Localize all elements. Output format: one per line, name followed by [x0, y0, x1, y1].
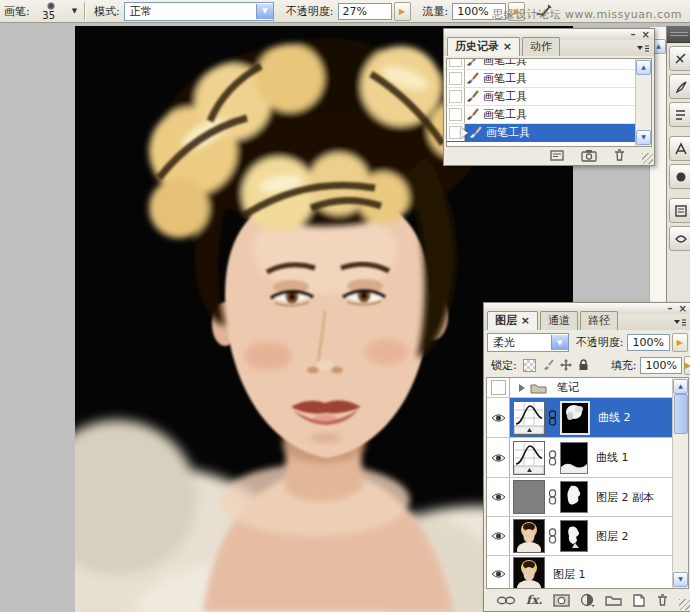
- scrollbar-thumb[interactable]: [674, 394, 688, 434]
- layer-row-curves1[interactable]: 曲线 1: [487, 438, 673, 478]
- layer-style-fx-icon[interactable]: fx.: [526, 593, 543, 607]
- layer-row-group[interactable]: 笔记: [487, 378, 673, 398]
- panel-menu-icon[interactable]: [672, 316, 688, 328]
- resize-grip[interactable]: [642, 153, 653, 164]
- combo-arrow-icon[interactable]: ▼: [551, 335, 568, 350]
- mask-link-icon[interactable]: [548, 450, 557, 466]
- opacity-slider-arrow-icon[interactable]: ▶: [394, 2, 411, 21]
- tool-button[interactable]: [669, 74, 690, 99]
- history-state-row[interactable]: 画笔工具: [447, 106, 636, 124]
- layer-row-layer2[interactable]: 图层 2: [487, 517, 673, 556]
- tool-button[interactable]: [669, 164, 690, 189]
- scroll-down-icon[interactable]: ▼: [636, 130, 651, 145]
- layer-opacity-input[interactable]: 100%: [627, 334, 669, 351]
- expand-triangle-icon[interactable]: [519, 384, 525, 392]
- history-state-row-selected[interactable]: 画笔工具: [447, 124, 636, 142]
- layer-mask-thumbnail[interactable]: [560, 520, 588, 552]
- lock-position-move-icon[interactable]: [560, 359, 572, 371]
- new-snapshot-camera-icon[interactable]: [581, 149, 597, 162]
- layer-row-layer2copy[interactable]: 图层 2 副本: [487, 478, 673, 517]
- new-layer-icon[interactable]: [632, 594, 646, 607]
- link-layers-icon[interactable]: [496, 595, 516, 606]
- image-thumbnail[interactable]: [513, 557, 545, 589]
- history-state-row[interactable]: 画笔工具: [447, 88, 636, 106]
- tab-history[interactable]: 历史记录 ×: [447, 37, 520, 56]
- layers-scrollbar[interactable]: ▲ ▼: [672, 378, 688, 588]
- curves-adjustment-thumbnail[interactable]: [513, 401, 545, 435]
- lock-transparency-icon[interactable]: [523, 359, 536, 372]
- layer-blend-mode-select[interactable]: 柔光 ▼: [487, 333, 569, 352]
- layer-name: 曲线 1: [596, 450, 629, 465]
- mask-link-icon[interactable]: [548, 528, 557, 544]
- visibility-toggle[interactable]: [487, 517, 510, 555]
- scroll-down-icon[interactable]: ▼: [673, 572, 688, 587]
- visibility-toggle[interactable]: [487, 378, 510, 397]
- visibility-toggle[interactable]: [487, 398, 510, 437]
- scroll-up-icon[interactable]: ▲: [636, 60, 651, 75]
- brush-label: 画笔:: [4, 4, 30, 19]
- close-icon[interactable]: ×: [679, 304, 687, 313]
- tool-button[interactable]: [669, 136, 690, 161]
- new-document-from-state-icon[interactable]: [550, 149, 565, 162]
- layer-row-layer1[interactable]: 图层 1: [487, 556, 673, 589]
- mask-link-icon[interactable]: [548, 489, 557, 505]
- tab-actions[interactable]: 动作: [522, 37, 560, 56]
- image-thumbnail[interactable]: [513, 519, 545, 553]
- add-layer-mask-icon[interactable]: [553, 594, 570, 607]
- minimize-icon[interactable]: –: [631, 30, 636, 39]
- opacity-input[interactable]: 27%: [338, 3, 392, 20]
- history-state-row[interactable]: 画笔工具: [447, 58, 636, 70]
- toolbox-grip[interactable]: [667, 26, 690, 43]
- lock-image-brush-icon[interactable]: [542, 359, 554, 371]
- layer-name: 图层 1: [553, 567, 586, 582]
- visibility-toggle[interactable]: [487, 438, 510, 477]
- delete-trash-icon[interactable]: [656, 593, 669, 607]
- history-source-checkbox[interactable]: [447, 58, 465, 69]
- layer-opacity-arrow-icon[interactable]: ▶: [672, 333, 688, 352]
- tab-layers[interactable]: 图层 ×: [487, 311, 538, 330]
- group-folder-icon: [530, 382, 547, 394]
- tool-button[interactable]: [669, 198, 690, 223]
- tab-channels[interactable]: 通道: [540, 311, 578, 330]
- layer-row-curves2[interactable]: 曲线 2: [487, 398, 673, 438]
- brush-size-value: 35: [34, 10, 64, 21]
- curves-adjustment-thumbnail[interactable]: [513, 441, 545, 475]
- photoshop-window: 画笔: 35 ▼ 模式: 正常 ▼ 不透明度: 27% ▶ 流量: 100% ▶: [0, 0, 690, 612]
- tool-button[interactable]: [669, 46, 690, 71]
- partial-tool-icon: [674, 204, 688, 218]
- scroll-up-icon[interactable]: ▲: [673, 379, 688, 394]
- combo-arrow-icon[interactable]: ▼: [256, 4, 273, 19]
- new-group-folder-icon[interactable]: [605, 594, 622, 606]
- close-icon[interactable]: ×: [642, 30, 650, 39]
- layer-mask-thumbnail[interactable]: [560, 481, 588, 513]
- eye-icon: [491, 492, 506, 502]
- history-state-row[interactable]: 画笔工具: [447, 70, 636, 88]
- layer-mask-thumbnail[interactable]: [560, 442, 588, 474]
- brush-preset-picker[interactable]: 35: [34, 1, 70, 21]
- history-source-checkbox[interactable]: [447, 88, 465, 105]
- partial-tool-icon: [674, 170, 688, 184]
- lock-all-padlock-icon[interactable]: [578, 359, 589, 371]
- history-source-checkbox[interactable]: [447, 106, 465, 123]
- brush-dropdown-arrow-icon[interactable]: ▼: [72, 7, 77, 15]
- fill-input[interactable]: 100%: [640, 357, 681, 374]
- mask-link-icon[interactable]: [548, 410, 557, 426]
- eye-icon: [491, 453, 506, 463]
- layer-mask-thumbnail[interactable]: [560, 401, 590, 435]
- delete-trash-icon[interactable]: [613, 148, 626, 162]
- resize-grip[interactable]: [679, 599, 690, 610]
- tool-button[interactable]: [669, 102, 690, 127]
- gray-fill-thumbnail[interactable]: [513, 480, 545, 514]
- tab-paths[interactable]: 路径: [580, 311, 618, 330]
- adjustment-layer-icon[interactable]: [580, 593, 595, 607]
- visibility-toggle[interactable]: [487, 478, 510, 516]
- panel-menu-icon[interactable]: [635, 42, 651, 54]
- history-source-checkbox[interactable]: [447, 70, 465, 87]
- history-state-label: 画笔工具: [483, 107, 527, 122]
- visibility-toggle[interactable]: [487, 556, 510, 589]
- minimize-icon[interactable]: –: [668, 304, 673, 313]
- blend-mode-select[interactable]: 正常 ▼: [124, 2, 274, 21]
- tool-button[interactable]: [669, 226, 690, 251]
- history-scrollbar[interactable]: ▲ ▼: [635, 59, 651, 146]
- fill-arrow-icon[interactable]: ▶: [684, 356, 690, 375]
